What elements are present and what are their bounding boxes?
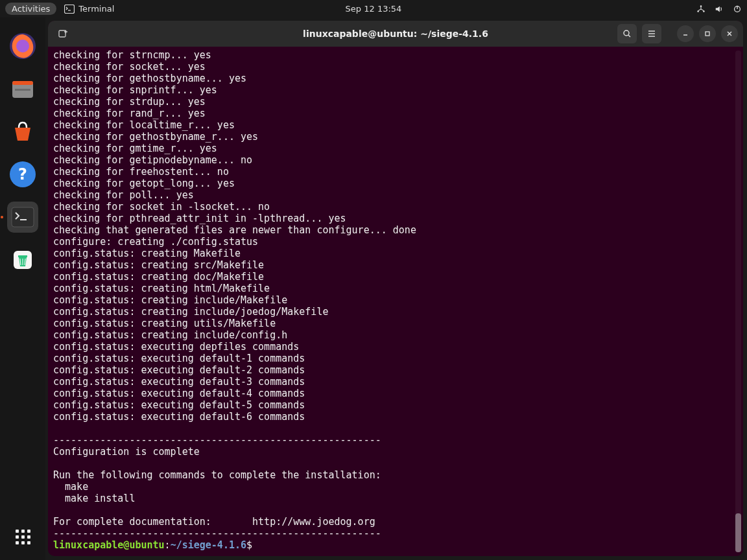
svg-line-22 (628, 35, 630, 37)
scrollbar-thumb[interactable] (735, 513, 741, 552)
close-button[interactable] (721, 25, 738, 42)
window-title: linuxcapable@ubuntu: ~/siege-4.1.6 (303, 29, 488, 39)
svg-point-21 (624, 30, 629, 36)
svg-rect-17 (18, 255, 27, 257)
minimize-button[interactable] (677, 25, 694, 42)
new-tab-button[interactable] (53, 24, 73, 43)
svg-rect-14 (12, 207, 34, 227)
activities-button[interactable]: Activities (5, 3, 56, 15)
dock-files[interactable] (7, 73, 38, 104)
svg-rect-10 (12, 81, 33, 85)
svg-rect-27 (706, 32, 709, 36)
network-icon[interactable] (696, 5, 706, 14)
volume-icon[interactable] (715, 5, 724, 14)
dock-software[interactable] (7, 116, 38, 147)
menu-button[interactable] (642, 24, 661, 43)
dock-trash[interactable] (7, 244, 38, 275)
dock-help[interactable]: ? (7, 159, 38, 190)
scrollbar[interactable] (735, 51, 741, 552)
svg-rect-0 (65, 5, 75, 13)
maximize-button[interactable] (699, 25, 716, 42)
search-button[interactable] (617, 24, 637, 43)
svg-text:?: ? (18, 165, 27, 183)
terminal-window: linuxcapable@ubuntu: ~/siege-4.1.6 check… (48, 21, 743, 556)
topbar-app-label: Terminal (78, 4, 114, 14)
topbar-app-menu[interactable]: Terminal (64, 4, 114, 14)
show-applications-button[interactable] (11, 525, 34, 548)
dock-terminal[interactable] (7, 202, 38, 233)
svg-rect-11 (15, 89, 30, 91)
dock-firefox[interactable] (7, 30, 38, 62)
gnome-topbar: Activities Terminal Sep 12 13:54 (0, 0, 747, 18)
terminal-output[interactable]: checking for strncmp... yeschecking for … (48, 47, 733, 556)
terminal-icon (64, 5, 75, 14)
titlebar: linuxcapable@ubuntu: ~/siege-4.1.6 (48, 21, 743, 47)
power-icon[interactable] (733, 5, 742, 14)
dock: ? (0, 18, 45, 560)
topbar-clock[interactable]: Sep 12 13:54 (346, 4, 402, 14)
svg-point-8 (16, 40, 29, 52)
